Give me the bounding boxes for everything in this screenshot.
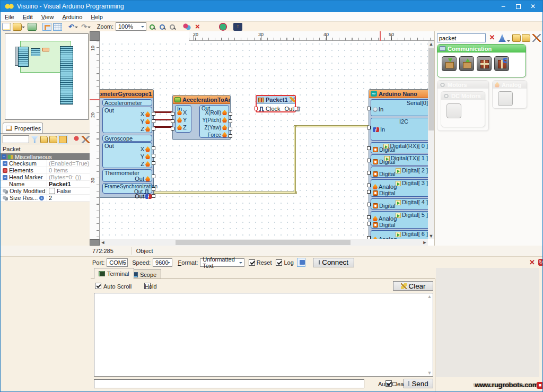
wire-route-icon[interactable]: [42, 23, 51, 31]
save-project-icon[interactable]: [28, 23, 37, 31]
properties-filter-input[interactable]: [3, 135, 29, 143]
palette-folder-up-icon[interactable]: [522, 34, 530, 42]
menu-help[interactable]: Help: [86, 12, 107, 22]
canvas-horizontal-scrollbar[interactable]: ◄ ►: [100, 239, 428, 246]
pin-gyro-out-y[interactable]: [152, 154, 155, 158]
property-row-size-res[interactable]: Size Res...+ 2: [1, 195, 90, 202]
pin-serial-in[interactable]: [367, 107, 371, 110]
pin-icon[interactable]: [73, 136, 81, 143]
properties-tools-icon[interactable]: [82, 136, 90, 143]
wire-i2c-segment[interactable]: [154, 191, 297, 194]
pin-in-x[interactable]: [171, 112, 174, 116]
pin-digital-tx1[interactable]: [367, 159, 371, 162]
stop-icon[interactable]: ↻: [538, 259, 543, 266]
component-tile-packet[interactable]: [477, 56, 492, 71]
scroll-down-icon[interactable]: ▼: [426, 370, 433, 376]
connect-button[interactable]: Connect: [313, 258, 354, 267]
pin-packet-out[interactable]: [294, 107, 297, 110]
component-search-input[interactable]: [437, 33, 486, 42]
build-icon[interactable]: [182, 23, 191, 31]
component-tile-packet-in[interactable]: [442, 56, 457, 71]
scrollbar-thumb[interactable]: [428, 48, 434, 130]
categorized-view-icon[interactable]: [59, 136, 67, 143]
pin-gyro-out-z[interactable]: [152, 161, 155, 165]
property-category-row[interactable]: − Miscellaneous: [1, 153, 90, 160]
property-row-checksum[interactable]: +Checksum (Enabled=True): [1, 160, 90, 167]
scrollbar-thumb[interactable]: [176, 240, 351, 245]
tab-terminal[interactable]: Terminal: [94, 268, 134, 279]
expand-all-icon[interactable]: [40, 136, 48, 143]
clear-search-icon[interactable]: ✕: [488, 34, 496, 42]
component-arduino-nano[interactable]: ∞Arduino Nano Serial[0] In I2C In Digita…: [369, 89, 428, 239]
pin-gyro-out-x[interactable]: [152, 146, 155, 150]
pin-packet-clock-in[interactable]: [254, 107, 258, 110]
expand-icon[interactable]: +: [3, 175, 7, 180]
property-row-elements[interactable]: Elements 0 Items: [1, 167, 90, 174]
web-help-icon[interactable]: [218, 23, 227, 31]
collapse-all-icon[interactable]: [49, 136, 57, 143]
wire-accel-y[interactable]: [154, 119, 172, 120]
component-title[interactable]: AccelerationToAngle1: [173, 95, 230, 104]
filter-dropdown-icon[interactable]: [507, 40, 510, 43]
pin-out-yaw[interactable]: [229, 127, 232, 130]
minimap[interactable]: [5, 33, 89, 120]
redo-dropdown-icon[interactable]: [87, 27, 91, 30]
menu-file[interactable]: File: [1, 12, 19, 22]
pin-accel-out-z[interactable]: [152, 127, 155, 130]
expand-icon[interactable]: +: [3, 161, 7, 166]
wire-i2c-segment[interactable]: [296, 125, 369, 127]
pin-digital-rx0[interactable]: [367, 146, 371, 150]
close-button[interactable]: ✕: [526, 1, 540, 12]
property-row-head-marker[interactable]: +Head Marker (Bytes=0: ()): [1, 174, 90, 181]
menu-arduino[interactable]: Arduino: [58, 12, 86, 22]
component-acceleration-to-angle[interactable]: AccelerationToAngle1 In X Y Z Out X(Roll…: [172, 95, 231, 140]
pin-frame-sync-out[interactable]: [152, 187, 155, 191]
pin-out-pitch[interactable]: [229, 119, 232, 123]
pin-digital-5[interactable]: [367, 222, 371, 225]
format-select[interactable]: Unformatted Text: [200, 258, 244, 267]
scroll-left-icon[interactable]: ◄: [100, 239, 106, 246]
pin-in-y[interactable]: [171, 119, 174, 123]
pin-out-roll[interactable]: [229, 112, 232, 116]
pin-digital-4[interactable]: [367, 203, 371, 206]
component-title[interactable]: ∞Arduino Nano: [369, 90, 428, 98]
open-project-icon[interactable]: [13, 23, 22, 31]
clear-button[interactable]: Clear: [393, 281, 433, 291]
design-canvas[interactable]: AccelerometerGyroscope1 Accelerometer Ou…: [100, 41, 428, 239]
reset-checkbox[interactable]: [249, 259, 255, 266]
upload-arduino-icon[interactable]: ↑: [233, 23, 242, 31]
component-tile-unpacket[interactable]: [494, 56, 509, 71]
tab-properties[interactable]: Properties: [3, 123, 43, 133]
disconnect-tools-icon[interactable]: ✕: [529, 258, 535, 266]
filter-icon[interactable]: [31, 136, 39, 143]
show-grid-icon[interactable]: [53, 23, 62, 31]
undo-dropdown-icon[interactable]: [75, 27, 78, 30]
log-checkbox[interactable]: [276, 259, 282, 266]
menu-edit[interactable]: Edit: [19, 12, 37, 22]
send-input[interactable]: [94, 379, 364, 388]
delete-icon[interactable]: ×: [193, 23, 202, 31]
pin-out-force[interactable]: [229, 134, 232, 138]
pin-in-z[interactable]: [171, 127, 174, 130]
pin-analog-5[interactable]: [367, 215, 371, 219]
pin-analog-3[interactable]: [367, 184, 371, 187]
scroll-up-icon[interactable]: ▲: [428, 41, 434, 47]
send-button[interactable]: Send: [404, 379, 433, 388]
palette-tools-icon[interactable]: [532, 34, 541, 42]
component-tools-icon[interactable]: [290, 97, 295, 102]
add-icon[interactable]: +: [39, 196, 44, 201]
port-select[interactable]: COM5 (L: [107, 258, 128, 267]
component-title[interactable]: AccelerometerGyroscope1: [100, 90, 153, 98]
zoom-out-icon[interactable]: [160, 24, 165, 30]
scroll-right-icon[interactable]: ►: [422, 239, 428, 246]
canvas-vertical-scrollbar[interactable]: ▲ ▼: [428, 41, 434, 239]
open-dropdown-icon[interactable]: [22, 27, 25, 30]
new-project-icon[interactable]: [2, 23, 11, 31]
pin-digital-3[interactable]: [367, 190, 371, 194]
palette-folder-icon[interactable]: [512, 34, 521, 42]
auto-scroll-checkbox[interactable]: [95, 283, 101, 289]
speed-select[interactable]: 9600: [153, 258, 172, 267]
maximize-button[interactable]: [511, 1, 526, 12]
category-communication[interactable]: Communication: [437, 44, 526, 77]
component-packet[interactable]: Packet1 Clock Out: [256, 95, 296, 112]
